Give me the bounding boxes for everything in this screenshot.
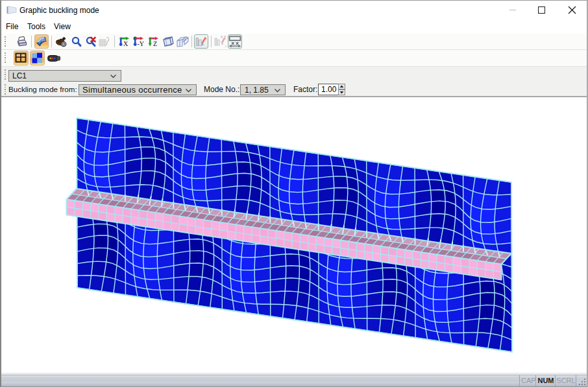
svg-text:Z: Z bbox=[153, 40, 157, 47]
svg-text:x: x bbox=[225, 44, 227, 48]
svg-text:X: X bbox=[123, 40, 129, 47]
svg-text:-Y: -Y bbox=[138, 40, 145, 47]
svg-text:x x: x x bbox=[232, 40, 239, 46]
svg-text:x x: x x bbox=[221, 34, 227, 39]
